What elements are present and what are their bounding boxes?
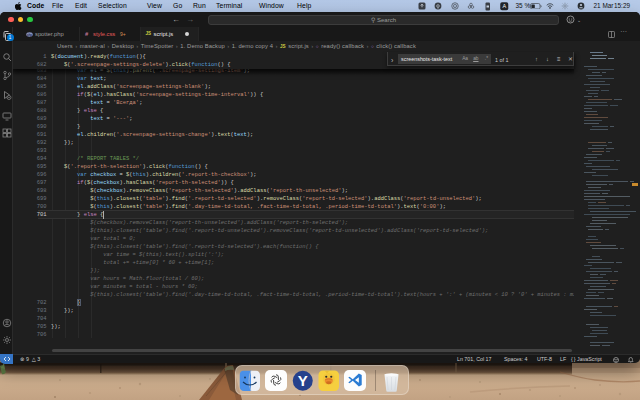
svg-text:php: php: [26, 32, 31, 36]
svg-text:Y: Y: [297, 372, 307, 389]
svg-text:A: A: [502, 3, 506, 9]
